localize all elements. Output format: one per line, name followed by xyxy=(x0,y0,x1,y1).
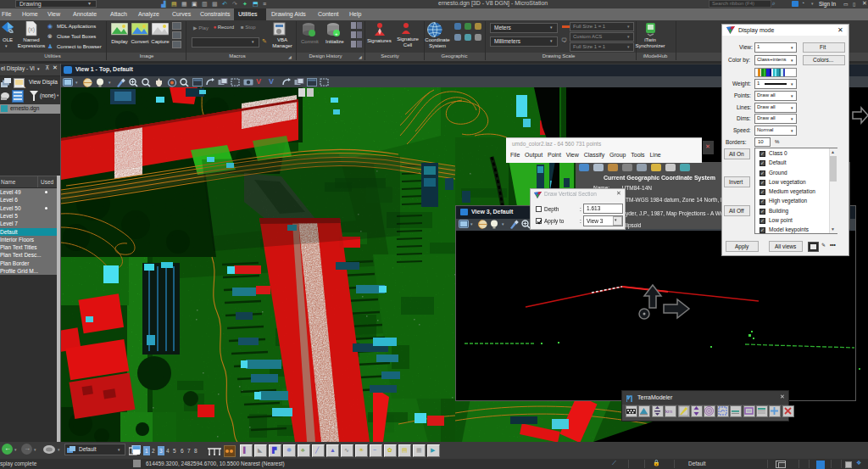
svg-text:(x): (x) xyxy=(28,26,35,33)
svg-text:+: + xyxy=(335,31,338,36)
svg-text:km: km xyxy=(665,409,672,414)
